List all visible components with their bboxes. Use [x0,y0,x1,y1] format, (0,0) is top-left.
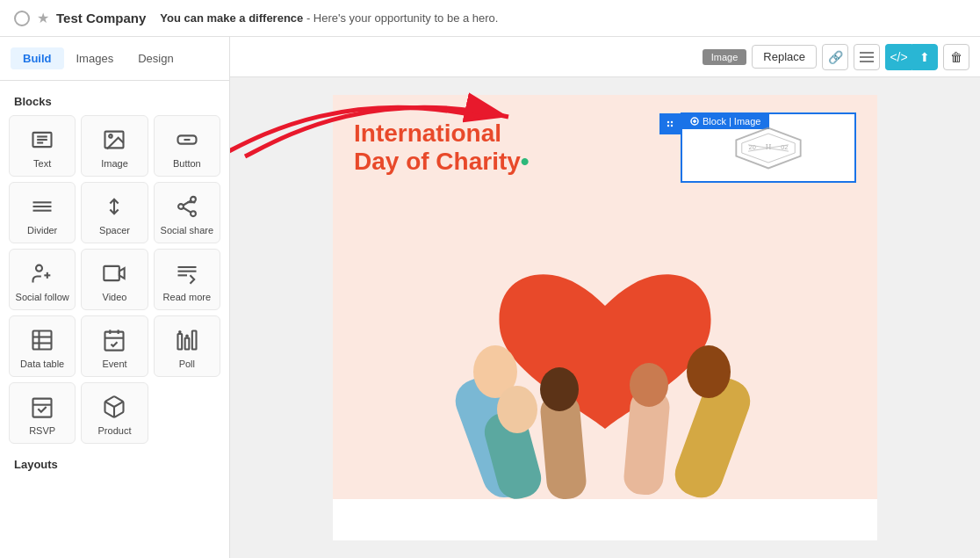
read-more-icon [173,259,201,287]
block-label-video: Video [103,292,127,302]
tab-build[interactable]: Build [11,47,64,69]
svg-rect-39 [33,398,52,417]
tab-images[interactable]: Images [64,47,126,69]
svg-point-66 [540,367,579,411]
block-item-data-table[interactable]: Data table [9,315,76,377]
block-item-spacer[interactable]: Spacer [81,182,148,243]
svg-rect-36 [192,330,197,349]
block-item-read-more[interactable]: Read more [154,249,220,310]
toolbar: Image Replace 🔗 </> ⬆ 🗑 [230,37,980,77]
block-item-product[interactable]: Product [81,382,148,444]
block-label-spacer: Spacer [99,225,130,236]
svg-point-13 [178,204,184,209]
replace-button[interactable]: Replace [752,45,817,69]
heart-section [333,200,877,499]
image-block[interactable]: Block | Image H 20 02 [681,112,856,183]
email-header-text: International Day of Charity• [354,120,681,176]
block-label-social-share: Social share [161,225,214,236]
svg-point-48 [667,125,669,127]
block-item-poll[interactable]: Poll [154,315,220,377]
delete-button[interactable]: 🗑 [943,44,969,70]
tab-design[interactable]: Design [126,47,185,69]
svg-point-68 [630,363,668,407]
data-table-icon [28,326,56,354]
poll-icon [173,326,201,354]
block-label-social-follow: Social follow [16,292,69,302]
svg-point-70 [497,386,537,433]
svg-rect-21 [104,265,119,279]
svg-rect-35 [184,337,189,349]
block-move-handle[interactable] [659,113,681,134]
topbar: ★ Test Company You can make a difference… [0,0,980,37]
layouts-section-title: Layouts [0,451,229,475]
button-icon [173,126,201,154]
topbar-subtitle: You can make a difference - Here's your … [160,11,498,25]
svg-line-16 [184,207,191,212]
link-button[interactable]: 🔗 [822,44,848,70]
spacer-icon [100,192,128,221]
svg-point-18 [36,265,42,271]
product-icon [100,393,128,421]
svg-rect-34 [177,334,182,350]
tab-row: Build Images Design [0,47,229,81]
block-label-event: Event [102,359,126,369]
svg-point-37 [178,330,182,333]
block-label-poll: Poll [179,359,195,369]
block-item-social-follow[interactable]: Social follow [9,249,76,310]
subtitle-bold: You can make a difference [160,11,303,25]
block-label-button: Button [173,158,201,169]
svg-point-46 [667,121,669,123]
rsvp-icon [28,393,56,421]
canvas: International Day of Charity• Block | Im… [230,77,980,558]
company-name: Test Company [56,11,146,25]
block-item-event[interactable]: Event [81,315,148,377]
social-share-icon [173,192,201,221]
svg-point-49 [671,125,673,127]
block-label-data-table: Data table [20,359,64,369]
block-label-image: Image [101,158,128,169]
star-icon[interactable]: ★ [37,10,49,26]
svg-rect-26 [33,330,52,349]
svg-point-38 [185,334,189,337]
block-item-text[interactable]: Text [9,115,76,177]
toolbar-image-badge: Image [703,49,747,65]
sidebar: Build Images Design Blocks Text Image [0,37,230,558]
logo-image: H 20 02 [720,124,817,172]
divider-icon [28,192,56,221]
blocks-grid: Text Image Button Divider [0,115,229,451]
email-header: International Day of Charity• Block | Im… [333,95,877,200]
subtitle-rest: - Here's your opportunity to be a hero. [303,11,498,25]
block-item-video[interactable]: Video [81,249,148,310]
video-icon [100,259,128,287]
block-label-text: Text [33,158,51,169]
block-label-divider: Divider [27,225,57,236]
block-item-button[interactable]: Button [154,115,220,177]
event-icon [100,326,128,354]
email-title: International Day of Charity• [354,120,681,176]
move-button[interactable]: ⬆ [912,44,938,70]
status-circle [14,11,30,26]
block-item-rsvp[interactable]: RSVP [9,382,76,444]
email-title-line1: International [354,120,501,147]
block-item-divider[interactable]: Divider [9,182,76,243]
svg-point-5 [110,134,113,138]
main-layout: Build Images Design Blocks Text Image [0,37,980,558]
content-area: Image Replace 🔗 </> ⬆ 🗑 [230,37,980,558]
image-icon [100,126,128,154]
svg-point-64 [687,345,731,398]
code-button[interactable]: </> [885,44,912,70]
block-label-product: Product [98,425,132,436]
block-item-image[interactable]: Image [81,115,148,177]
block-label-rsvp: RSVP [29,425,55,436]
svg-point-47 [671,121,673,123]
email-title-line2: Day of Charity [354,148,521,175]
text-icon [28,126,56,154]
svg-text:H: H [766,142,772,151]
block-label-read-more: Read more [163,292,211,302]
align-button[interactable] [854,44,880,70]
social-follow-icon [28,259,56,287]
svg-point-14 [191,211,196,216]
block-item-social-share[interactable]: Social share [154,182,220,243]
heart-svg [333,200,877,499]
svg-rect-30 [105,331,124,350]
